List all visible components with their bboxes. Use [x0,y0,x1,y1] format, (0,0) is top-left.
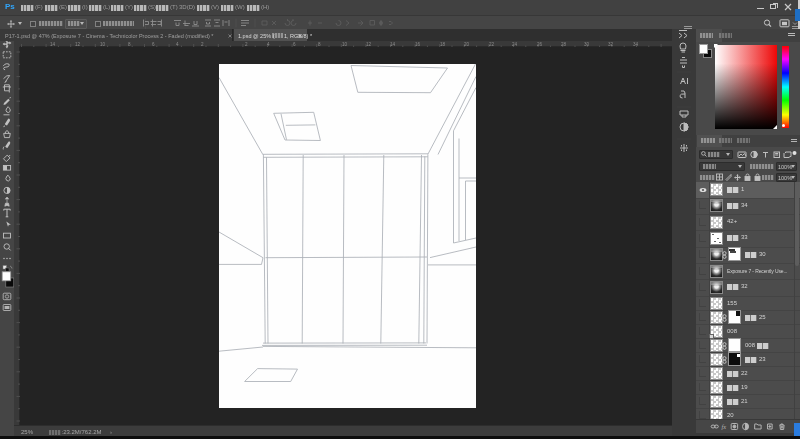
svg-text:fx: fx [722,423,727,430]
